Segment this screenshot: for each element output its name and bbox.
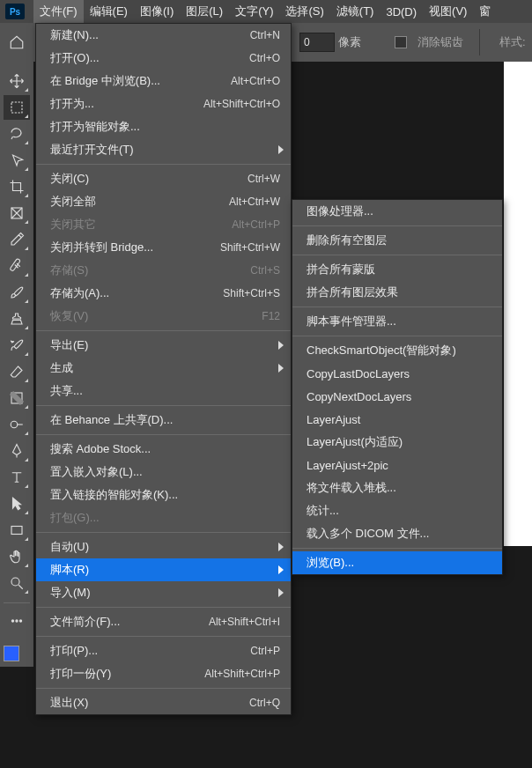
menu-item[interactable]: LayerAjust(内适应) (292, 431, 502, 454)
tool-hand[interactable] (4, 544, 30, 569)
menu-separator (36, 532, 291, 533)
menu-item[interactable]: 置入链接的智能对象(K)... (36, 484, 291, 506)
tool-marquee[interactable] (4, 95, 30, 120)
menu-item: 恢复(V)F12 (36, 305, 291, 328)
menu-item[interactable]: 共享... (36, 380, 291, 402)
tool-history-brush[interactable] (4, 333, 30, 358)
menu-item-shortcut: Alt+Shift+Ctrl+O (203, 98, 280, 110)
menu-item-shortcut: Shift+Ctrl+W (220, 241, 280, 254)
tool-brush[interactable] (4, 280, 30, 305)
menu-item-label: 关闭(C) (50, 171, 89, 187)
menu-item[interactable]: 打印一份(Y)Alt+Shift+Ctrl+P (36, 662, 291, 685)
menu-item[interactable]: 拼合所有图层效果 (292, 281, 502, 304)
menu-item[interactable]: 打开为智能对象... (36, 115, 291, 138)
menu-item-label: LayerAjust(内适应) (307, 434, 403, 450)
menu-image[interactable]: 图像(I) (134, 0, 180, 23)
menu-item[interactable]: 搜索 Adobe Stock... (36, 438, 291, 461)
menu-3d[interactable]: 3D(D) (380, 2, 423, 22)
tool-quick-select[interactable] (4, 148, 30, 173)
foreground-swatch[interactable] (4, 646, 19, 661)
menu-item[interactable]: 在 Bridge 中浏览(B)...Alt+Ctrl+O (36, 70, 291, 92)
svg-rect-0 (11, 102, 22, 113)
menu-item[interactable]: 退出(X)Ctrl+Q (36, 691, 291, 714)
tool-path-select[interactable] (4, 491, 30, 516)
menu-item[interactable]: 置入嵌入对象(L)... (36, 461, 291, 484)
divider (479, 29, 480, 55)
tool-crop[interactable] (4, 174, 30, 199)
menu-item[interactable]: 自动(U) (36, 535, 291, 558)
menu-edit[interactable]: 编辑(E) (84, 0, 134, 23)
menu-item[interactable]: 生成 (36, 357, 291, 380)
menu-item[interactable]: 统计... (292, 499, 502, 522)
menu-item-label: 浏览(B)... (307, 555, 354, 571)
menu-item[interactable]: 导入(M) (36, 581, 291, 604)
menu-item[interactable]: 新建(N)...Ctrl+N (36, 24, 291, 47)
tool-pen[interactable] (4, 439, 30, 463)
tool-more[interactable] (4, 609, 30, 633)
tool-clone[interactable] (4, 306, 30, 331)
feather-field: 像素 (299, 33, 361, 52)
menu-item[interactable]: 关闭(C)Ctrl+W (36, 167, 291, 190)
menu-item[interactable]: 打开(O)...Ctrl+O (36, 47, 291, 70)
menu-item[interactable]: 关闭并转到 Bridge...Shift+Ctrl+W (36, 236, 291, 259)
menu-item-label: 脚本事件管理器... (307, 314, 396, 329)
color-swatches[interactable] (4, 640, 30, 667)
tool-zoom[interactable] (4, 571, 30, 595)
tool-healing[interactable] (4, 254, 30, 278)
menu-item-label: 共享... (50, 383, 83, 399)
menu-item[interactable]: 最近打开文件(T) (36, 138, 291, 161)
chevron-right-icon (278, 364, 284, 373)
home-icon[interactable] (5, 31, 28, 54)
menu-item-shortcut: Ctrl+S (250, 264, 280, 277)
menu-window[interactable]: 窗 (473, 0, 497, 23)
menu-separator (36, 164, 291, 165)
menu-item[interactable]: 文件简介(F)...Alt+Shift+Ctrl+I (36, 610, 291, 633)
tool-dodge[interactable] (4, 412, 30, 437)
menu-item[interactable]: 脚本(R) (36, 558, 291, 581)
menubar: Ps 文件(F) 编辑(E) 图像(I) 图层(L) 文字(Y) 选择(S) 滤… (0, 0, 532, 23)
menu-item[interactable]: CopyLastDocLayers (292, 362, 502, 385)
menu-item[interactable]: LayerAjust (292, 408, 502, 431)
menu-item[interactable]: 脚本事件管理器... (292, 310, 502, 333)
menu-item[interactable]: CheckSmartObject(智能对象) (292, 339, 502, 362)
script-submenu: 图像处理器...删除所有空图层拼合所有蒙版拼合所有图层效果脚本事件管理器...C… (292, 199, 503, 575)
tool-frame[interactable] (4, 201, 30, 225)
menu-select[interactable]: 选择(S) (279, 0, 329, 23)
tool-rectangle[interactable] (4, 518, 30, 543)
pixel-input[interactable] (299, 33, 335, 52)
menu-item[interactable]: 浏览(B)... (292, 551, 502, 574)
menu-item: 存储(S)Ctrl+S (36, 259, 291, 282)
menu-type[interactable]: 文字(Y) (229, 0, 279, 23)
tool-lasso[interactable] (4, 122, 30, 146)
menu-item[interactable]: 打印(P)...Ctrl+P (36, 639, 291, 662)
antialias-checkbox[interactable] (395, 36, 407, 48)
menu-item[interactable]: 图像处理器... (292, 200, 502, 223)
menu-item[interactable]: 将文件载入堆栈... (292, 476, 502, 499)
tool-type[interactable] (4, 465, 30, 490)
menu-item-shortcut: Alt+Ctrl+W (229, 196, 280, 208)
tool-eraser[interactable] (4, 359, 30, 384)
menu-item: 打包(G)... (36, 506, 291, 529)
menu-item[interactable]: 载入多个 DICOM 文件... (292, 522, 502, 545)
menu-layer[interactable]: 图层(L) (180, 0, 229, 23)
menu-item-label: CopyNextDocLayers (307, 390, 411, 403)
menu-filter[interactable]: 滤镜(T) (330, 0, 381, 23)
menu-view[interactable]: 视图(V) (423, 0, 473, 23)
menu-separator (292, 336, 502, 336)
menu-item[interactable]: 关闭全部Alt+Ctrl+W (36, 190, 291, 213)
menu-item[interactable]: 删除所有空图层 (292, 229, 502, 252)
menu-item[interactable]: 打开为...Alt+Shift+Ctrl+O (36, 92, 291, 115)
tool-eyedropper[interactable] (4, 227, 30, 252)
menu-item[interactable]: 在 Behance 上共享(D)... (36, 409, 291, 432)
menu-item[interactable]: 存储为(A)...Shift+Ctrl+S (36, 282, 291, 305)
menu-item[interactable]: LayerAjust+2pic (292, 454, 502, 476)
tool-move[interactable] (4, 69, 30, 93)
menu-file[interactable]: 文件(F) (33, 0, 84, 23)
menu-item[interactable]: CopyNextDocLayers (292, 385, 502, 408)
menu-separator (36, 330, 291, 331)
menu-item-label: 自动(U) (50, 539, 89, 555)
tool-gradient[interactable] (4, 386, 30, 410)
menu-item[interactable]: 拼合所有蒙版 (292, 258, 502, 281)
menu-item[interactable]: 导出(E) (36, 334, 291, 357)
menu-item-label: 置入链接的智能对象(K)... (50, 487, 178, 503)
